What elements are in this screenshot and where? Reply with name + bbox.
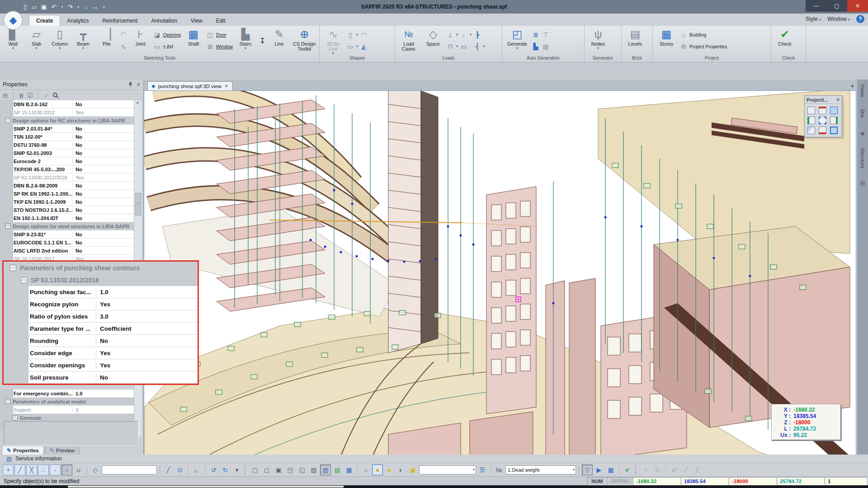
snap-node-icon[interactable]: ＋	[3, 465, 14, 475]
tab-view[interactable]: View	[184, 15, 209, 26]
view-grid-surface-icon[interactable]: ▦	[344, 465, 354, 475]
tab-create[interactable]: Create	[29, 15, 60, 26]
generate-button[interactable]: ◰Generate▾	[504, 26, 531, 55]
line-button[interactable]: ✎Line	[268, 26, 291, 55]
checklist-view-icon[interactable]: ☑	[28, 92, 33, 99]
satellite-icon[interactable]: ◈	[860, 130, 865, 136]
load-cases-button[interactable]: №Load Cases	[396, 26, 421, 55]
app-logo[interactable]: ◆	[4, 11, 23, 30]
property-value[interactable]: X	[72, 407, 134, 413]
space-button[interactable]: ◇Space	[421, 26, 445, 55]
proj-bottom-icon[interactable]	[819, 127, 826, 134]
distributed-load-icon[interactable]: ⊥	[446, 31, 454, 38]
snap-line-icon[interactable]: ╱	[14, 465, 25, 475]
truss-icon[interactable]: ◠	[121, 30, 127, 38]
property-value[interactable]: No	[72, 183, 134, 188]
tab-annotation[interactable]: Annotation	[144, 15, 184, 26]
proj-right-icon[interactable]	[830, 117, 838, 124]
property-value[interactable]: Yes	[72, 110, 134, 115]
cylinder-icon[interactable]: ⊟	[860, 180, 865, 187]
punching-standard-row[interactable]: − SP 63.13330.2012/2018	[4, 274, 198, 286]
property-row[interactable]: Eurocode 2No	[0, 157, 134, 165]
collapse-icon[interactable]: −	[21, 277, 27, 283]
crane-icon[interactable]: ⊤	[542, 31, 550, 38]
property-value[interactable]: No	[72, 191, 134, 197]
side-tab-views[interactable]: Views	[860, 84, 865, 97]
shaft-button[interactable]: ▦Shaft	[182, 26, 205, 55]
punching-parameter-row[interactable]: Recognize pylonYes	[4, 298, 198, 310]
property-value[interactable]: No	[72, 232, 134, 237]
search-icon[interactable]	[52, 92, 59, 99]
rotate-view-icon[interactable]: ↻	[652, 465, 663, 475]
parameter-value[interactable]: Yes	[96, 301, 198, 308]
panel-close-icon[interactable]: ✕	[137, 82, 141, 88]
property-group-row[interactable]: −Design options for RC structures in LIR…	[0, 117, 134, 125]
toolbar-grip[interactable]	[245, 465, 247, 474]
tab-edit[interactable]: Edit	[209, 15, 232, 26]
view-iso-icon[interactable]: ▤	[332, 465, 343, 475]
property-value[interactable]: No	[72, 240, 134, 245]
opening-button[interactable]: ◪Opening	[153, 31, 181, 39]
viewport-canvas[interactable]: Projecti... ✕ X :-1680.32Y :18385.54Z :-…	[144, 90, 856, 462]
draw-circle-icon[interactable]: ⊙	[175, 465, 185, 475]
property-row[interactable]: TKP/OR 45-5.03-...200No	[0, 165, 134, 174]
project-properties-button[interactable]: ⚙Project Properties	[679, 42, 727, 51]
proj-front-icon[interactable]	[830, 107, 838, 114]
light-off-icon[interactable]: ○	[360, 465, 371, 475]
collapse-icon[interactable]: −	[5, 224, 10, 229]
mirror-x-icon[interactable]: ╱	[680, 465, 691, 475]
slab-button[interactable]: ▱Slab▾	[25, 26, 48, 55]
parameter-value[interactable]: Yes	[96, 362, 198, 369]
tab-list-dropdown-icon[interactable]: ▼	[850, 84, 854, 89]
property-value[interactable]: No	[72, 102, 134, 107]
property-row[interactable]: SNIP 52-01-2003No	[0, 149, 134, 157]
view-tab-3d[interactable]: ◆ punching shear.spf:3D view ✕	[147, 81, 232, 90]
door-button[interactable]: ◫Door	[206, 31, 233, 39]
collapse-icon[interactable]: −	[13, 415, 18, 420]
property-row[interactable]: SP RK EN 1992-1-1:200...No	[0, 190, 134, 198]
retaining-wall-icon[interactable]: ┫	[473, 43, 481, 50]
property-value[interactable]: No	[72, 167, 134, 172]
property-value[interactable]: No	[72, 142, 134, 148]
rotate-ucs-x-icon[interactable]: ↺	[208, 465, 219, 475]
close-button[interactable]: ✕	[847, 0, 868, 12]
collapse-icon[interactable]: −	[5, 399, 10, 404]
punching-parameter-row[interactable]: Punching shear fac...1.0	[4, 286, 198, 298]
beam-button[interactable]: ┳Beam▾	[71, 26, 95, 55]
apply-properties-icon[interactable]: ✓	[44, 92, 49, 99]
wall-button[interactable]: ▊Wall▾	[1, 26, 25, 55]
punching-parameter-row[interactable]: Consider edgeYes	[4, 347, 198, 359]
filter-table-icon[interactable]: ▦	[605, 465, 616, 475]
parameter-value[interactable]: 1.0	[96, 289, 198, 296]
scroll-up-icon[interactable]: ▲	[134, 100, 141, 107]
snap-midpoint-icon[interactable]: ◦	[50, 465, 61, 475]
view-settings-icon[interactable]: ◱	[297, 465, 307, 475]
categorized-view-icon[interactable]: ⊟	[3, 92, 8, 99]
window-menu[interactable]: Window ▾	[827, 16, 850, 22]
proj-left-icon[interactable]	[807, 117, 815, 124]
check-button[interactable]: ✔Check	[773, 26, 797, 55]
delta-h-button[interactable]: ▭± ΔH	[153, 42, 181, 51]
property-row[interactable]: SNIP II-23-81*No	[0, 230, 134, 239]
apply-check-icon[interactable]: ✔	[622, 465, 633, 475]
parameter-value[interactable]: Coefficient	[96, 325, 198, 332]
property-row[interactable]: SP 63.13330.2012/2018Yes	[0, 174, 134, 182]
property-value[interactable]: No	[72, 126, 134, 131]
specification-icon[interactable]: ▤	[542, 43, 550, 50]
tab-reinforcement[interactable]: Reinforcement	[95, 15, 144, 26]
beam-load-icon[interactable]: ┣	[473, 31, 481, 38]
combo-dropdown-icon[interactable]: ▾	[473, 468, 475, 472]
property-row[interactable]: SupportX	[0, 406, 134, 414]
tab-analytics[interactable]: Analytics	[60, 15, 95, 26]
help-icon[interactable]: ?	[856, 15, 864, 23]
proj-combined-icon[interactable]	[830, 127, 838, 134]
side-tab-structure[interactable]: Structure	[860, 148, 865, 169]
toolbar-grip[interactable]	[635, 465, 638, 474]
property-value[interactable]: No	[72, 150, 134, 156]
layers-icon[interactable]: ☰	[477, 465, 488, 475]
base-plane-icon[interactable]: ◇	[90, 465, 101, 475]
levels-button[interactable]: ▤Levels	[623, 26, 647, 55]
vehicle-load-icon[interactable]: ▭	[460, 43, 468, 50]
window-button[interactable]: ⊞Window	[206, 42, 233, 51]
property-row[interactable]: AISC LRFD 2nd editionNo	[0, 247, 134, 255]
